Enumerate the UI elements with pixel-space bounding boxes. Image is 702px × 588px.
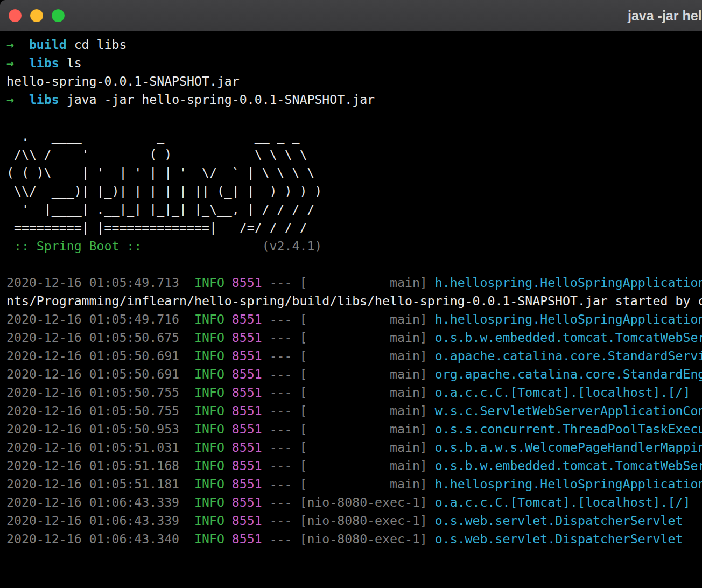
banner-art-line: ( ( )\___ | '_ | '_| | '_ \/ _` | \ \ \ … [6, 165, 314, 180]
log-level: INFO [194, 348, 224, 363]
log-level: INFO [194, 330, 224, 345]
terminal-line-prompt: → libs java -jar hello-spring-0.0.1-SNAP… [6, 90, 702, 109]
banner-art-line: \\/ ___)| |_)| | | | | || (_| | ) ) ) ) [6, 184, 322, 198]
log-pid: 8551 [232, 348, 262, 363]
log-level: INFO [194, 513, 224, 528]
log-separator: --- [ [262, 513, 307, 528]
log-logger: h.hellospring.HelloSpringApplication [435, 477, 702, 491]
log-pid: 8551 [232, 275, 262, 290]
log-timestamp: 2020-12-16 01:05:49.716 [6, 312, 194, 326]
log-separator: --- [ [262, 458, 307, 473]
log-timestamp: 2020-12-16 01:06:43.339 [6, 495, 194, 509]
text-spacer [224, 531, 232, 546]
log-pid: 8551 [232, 385, 262, 400]
log-pid: 8551 [232, 477, 262, 491]
output-text: hello-spring-0.0.1-SNAPSHOT.jar [6, 74, 240, 88]
spring-boot-version: (v2.4.1) [142, 239, 322, 253]
log-logger: o.a.c.c.C.[Tomcat].[localhost].[/] [435, 385, 691, 400]
text-spacer [14, 55, 29, 70]
log-separator: --- [ [262, 348, 307, 363]
terminal-line-prompt: → build cd libs [6, 36, 702, 54]
log-pid: 8551 [232, 367, 262, 381]
text-spacer [14, 37, 29, 52]
log-level: INFO [194, 531, 224, 546]
terminal-line-log: 2020-12-16 01:05:50.755 INFO 8551 --- [ … [6, 383, 702, 402]
log-timestamp: 2020-12-16 01:05:51.031 [6, 440, 194, 454]
log-pid: 8551 [232, 330, 262, 345]
terminal-line-plain: hello-spring-0.0.1-SNAPSHOT.jar [6, 72, 702, 90]
title-bar[interactable]: java -jar hel [0, 0, 702, 31]
log-timestamp: 2020-12-16 01:05:51.181 [6, 477, 194, 491]
close-button[interactable] [9, 9, 22, 22]
terminal-line-log: 2020-12-16 01:05:51.168 INFO 8551 --- [ … [6, 457, 702, 475]
log-logger: o.s.b.w.embedded.tomcat.TomcatWebServer [435, 330, 702, 345]
log-logger: w.s.c.ServletWebServerApplicationContext [435, 403, 702, 418]
terminal-line-prompt: → libs ls [6, 54, 702, 72]
terminal-line-log: 2020-12-16 01:05:50.953 INFO 8551 --- [ … [6, 420, 702, 438]
log-thread: main] [307, 348, 434, 363]
prompt-directory: libs [29, 55, 59, 70]
log-pid: 8551 [232, 531, 262, 546]
log-separator: --- [ [262, 312, 307, 326]
zoom-button[interactable] [52, 9, 65, 22]
log-thread: nio-8080-exec-1] [307, 495, 434, 509]
window-title: java -jar hel [628, 0, 702, 31]
log-thread: main] [307, 330, 434, 345]
log-logger: o.s.b.w.embedded.tomcat.TomcatWebServer [435, 458, 702, 473]
text-spacer [224, 348, 232, 363]
log-logger: o.apache.catalina.core.StandardService [435, 348, 702, 363]
log-thread: main] [307, 367, 434, 381]
banner-art-line: =========|_|==============|___/=/_/_/_/ [6, 220, 307, 235]
log-separator: --- [ [262, 403, 307, 418]
text-spacer [224, 403, 232, 418]
log-logger: o.s.web.servlet.DispatcherServlet [435, 531, 683, 546]
log-timestamp: 2020-12-16 01:05:50.691 [6, 348, 194, 363]
log-logger: org.apache.catalina.core.StandardEngine [435, 367, 702, 381]
log-separator: --- [ [262, 275, 307, 290]
prompt-directory: libs [29, 92, 59, 107]
log-separator: --- [ [262, 422, 307, 436]
log-pid: 8551 [232, 422, 262, 436]
terminal-body[interactable]: → build cd libs→ libs lshello-spring-0.0… [0, 31, 702, 588]
log-level: INFO [194, 275, 224, 290]
log-level: INFO [194, 477, 224, 491]
terminal-line-banner: \\/ ___)| |_)| | | | | || (_| | ) ) ) ) [6, 182, 702, 200]
text-spacer [224, 458, 232, 473]
log-logger: h.hellospring.HelloSpringApplication [435, 275, 702, 290]
log-separator: --- [ [262, 477, 307, 491]
log-timestamp: 2020-12-16 01:05:50.755 [6, 403, 194, 418]
log-level: INFO [194, 367, 224, 381]
log-level: INFO [194, 495, 224, 509]
terminal-line-log: 2020-12-16 01:05:50.691 INFO 8551 --- [ … [6, 347, 702, 365]
prompt-arrow-icon: → [6, 37, 14, 52]
log-logger: o.s.b.a.w.s.WelcomePageHandlerMapping [435, 440, 702, 454]
log-thread: main] [307, 422, 434, 436]
log-thread: main] [307, 477, 434, 491]
text-spacer [224, 422, 232, 436]
log-pid: 8551 [232, 440, 262, 454]
terminal-line-log: 2020-12-16 01:05:51.031 INFO 8551 --- [ … [6, 438, 702, 457]
minimize-button[interactable] [30, 9, 43, 22]
log-thread: main] [307, 275, 434, 290]
log-thread: main] [307, 385, 434, 400]
log-separator: --- [ [262, 495, 307, 509]
terminal-line-log: 2020-12-16 01:06:43.339 INFO 8551 --- [n… [6, 493, 702, 512]
log-level: INFO [194, 385, 224, 400]
text-spacer [224, 495, 232, 509]
log-thread: nio-8080-exec-1] [307, 513, 434, 528]
banner-art-line: . ____ _ __ _ _ [6, 129, 299, 143]
terminal-line-log: 2020-12-16 01:05:50.675 INFO 8551 --- [ … [6, 328, 702, 347]
log-pid: 8551 [232, 403, 262, 418]
text-spacer [224, 477, 232, 491]
log-timestamp: 2020-12-16 01:05:50.691 [6, 367, 194, 381]
banner-art-line: ' |____| .__|_| |_|_| |_\__, | / / / / [6, 202, 314, 216]
terminal-line-banner: =========|_|==============|___/=/_/_/_/ [6, 219, 702, 237]
log-pid: 8551 [232, 312, 262, 326]
log-level: INFO [194, 440, 224, 454]
text-spacer [224, 385, 232, 400]
text-spacer [224, 440, 232, 454]
log-level: INFO [194, 403, 224, 418]
log-level: INFO [194, 458, 224, 473]
log-pid: 8551 [232, 458, 262, 473]
log-timestamp: 2020-12-16 01:05:49.713 [6, 275, 194, 290]
